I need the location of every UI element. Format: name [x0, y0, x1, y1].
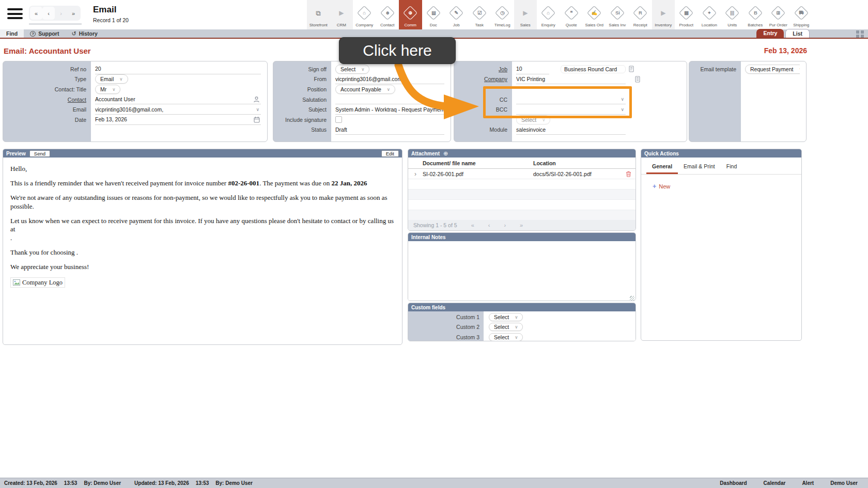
toolbar-item[interactable]: ▶ Sales: [514, 0, 537, 29]
cc-input[interactable]: [516, 95, 626, 105]
obscured-select[interactable]: Select: [516, 115, 550, 124]
company-label[interactable]: Company: [454, 76, 512, 82]
internal-notes-input[interactable]: [408, 241, 636, 301]
custom-field-select[interactable]: Select: [489, 323, 523, 331]
toolbar-item[interactable]: ▶ CRM: [330, 0, 353, 29]
job-label[interactable]: Job: [454, 66, 512, 72]
custom-field-select[interactable]: Select: [489, 313, 523, 321]
sign-off-select[interactable]: Select: [335, 65, 369, 74]
from-input[interactable]: vicprinting3016@gmail.com: [335, 74, 444, 85]
position-label: Position: [273, 86, 331, 92]
toolbar-item[interactable]: B Batches: [744, 0, 767, 29]
sign-off-label: Sign off: [273, 66, 331, 72]
toolbar-item[interactable]: ⊞ Pur Order: [767, 0, 790, 29]
toolbar-item-icon: ✎: [449, 6, 463, 20]
footer-link[interactable]: Alert: [794, 480, 822, 486]
quick-actions-tab[interactable]: Find: [721, 161, 742, 174]
delete-attachment-button[interactable]: [621, 171, 636, 177]
toolbar-item[interactable]: R Receipt: [629, 0, 652, 29]
toolbar-item[interactable]: ◷ TimeLog: [491, 0, 514, 29]
toolbar-item[interactable]: ⌂ Enquiry: [537, 0, 560, 29]
pagination-arrow[interactable]: »: [520, 222, 523, 228]
record-audit-info: Created: 13 Feb, 2026 13:53 By: Demo Use…: [0, 480, 259, 486]
grid-icon[interactable]: [856, 30, 864, 38]
job-record-icon[interactable]: [629, 66, 634, 72]
quick-actions-tab[interactable]: Email & Print: [678, 161, 721, 174]
toolbar-item[interactable]: ✍ Sales Ord: [583, 0, 606, 29]
quick-actions-tab[interactable]: General: [646, 161, 678, 174]
send-button[interactable]: Send: [29, 150, 50, 157]
toolbar-item[interactable]: ☑ Task: [468, 0, 491, 29]
toolbar-item[interactable]: ▦ Product: [675, 0, 698, 29]
person-icon[interactable]: [253, 96, 260, 104]
pagination-arrow[interactable]: ‹: [488, 222, 490, 228]
toolbar-item[interactable]: ▤ Doc: [422, 0, 445, 29]
email-template-select[interactable]: Request Payment: [745, 65, 800, 74]
add-attachment-icon[interactable]: ⊕: [443, 150, 448, 157]
pagination-arrow[interactable]: «: [471, 222, 474, 228]
attachment-row[interactable]: SI-02-26-001.pdf docs/5/SI-02-26-001.pdf: [408, 169, 636, 179]
salutation-input[interactable]: [335, 95, 444, 105]
include-signature-checkbox[interactable]: [335, 116, 342, 123]
footer-link[interactable]: Calendar: [755, 480, 794, 486]
type-value: Email: [100, 76, 114, 82]
record-nav-button[interactable]: ›: [55, 7, 67, 20]
contact-title-label: Contact: Title: [3, 86, 91, 92]
resize-grip[interactable]: [630, 296, 634, 301]
job-number-input[interactable]: 10: [516, 64, 549, 74]
created-time: 13:53: [64, 480, 78, 486]
toolbar-item-icon: ▤: [426, 6, 441, 20]
company-record-icon[interactable]: [635, 76, 640, 83]
module-input[interactable]: salesinvoice: [516, 125, 626, 135]
tab-entry[interactable]: Entry: [756, 29, 784, 38]
custom-fields-panel: Custom fields Custom 1 Select Custom 2 S…: [408, 303, 636, 341]
edit-button[interactable]: Edit: [381, 150, 399, 157]
status-input[interactable]: Draft: [335, 125, 444, 135]
custom-field-select[interactable]: Select: [489, 333, 523, 341]
toolbar-item[interactable]: ⊕ Comm: [399, 0, 422, 29]
hamburger-menu-icon[interactable]: [7, 8, 23, 21]
toolbar-item[interactable]: ⌂ Company: [353, 0, 376, 29]
toolbar-item[interactable]: Si Sales Inv: [606, 0, 629, 29]
new-button[interactable]: +New: [653, 183, 670, 190]
toolbar-item-label: Enquiry: [541, 23, 555, 27]
pagination-arrow[interactable]: ›: [504, 222, 506, 228]
bcc-input[interactable]: [516, 104, 626, 115]
tab-support[interactable]: ?Support: [24, 29, 65, 38]
company-input[interactable]: VIC Printing: [516, 74, 626, 85]
tab-list[interactable]: List: [785, 29, 810, 38]
toolbar-item[interactable]: ⛟ Shipping: [790, 0, 813, 29]
toolbar-item[interactable]: ▶ Inventory: [652, 0, 675, 29]
contact-label[interactable]: Contact: [3, 97, 91, 103]
record-nav-button[interactable]: »: [67, 7, 80, 20]
toolbar-item[interactable]: ☻ Contact: [376, 0, 399, 29]
job-name-input[interactable]: Business Round Card: [561, 65, 626, 73]
expand-icon[interactable]: [408, 170, 423, 178]
email-paragraph: .: [10, 234, 395, 243]
footer-link[interactable]: Dashboard: [711, 480, 755, 486]
toolbar-item[interactable]: ⌖ Location: [698, 0, 721, 29]
attachment-empty-row: [408, 190, 636, 200]
type-select[interactable]: Email: [95, 74, 128, 84]
toolbar-item-label: Pur Order: [769, 23, 787, 27]
calendar-icon[interactable]: [254, 116, 260, 124]
toolbar-item-icon: ▶: [336, 8, 347, 18]
toolbar-item[interactable]: ||| Units: [721, 0, 744, 29]
date-input[interactable]: Feb 13, 2026: [95, 115, 261, 125]
toolbar-item[interactable]: ✎ Job: [445, 0, 468, 29]
record-nav-button[interactable]: «: [30, 7, 42, 20]
toolbar-item[interactable]: ⧉ Storefront: [307, 0, 330, 29]
email-input[interactable]: vicprinting3016@gmail.com,: [95, 104, 261, 115]
footer-link[interactable]: Demo User: [822, 480, 866, 486]
type-label: Type: [3, 76, 91, 82]
toolbar-item-icon: Si: [610, 6, 625, 20]
record-nav-button[interactable]: ‹: [42, 7, 55, 20]
tab-find[interactable]: Find: [0, 29, 24, 38]
subject-input[interactable]: System Admin - Worktraq - Request Paymen…: [335, 104, 444, 115]
toolbar-item[interactable]: ❝ Quote: [560, 0, 583, 29]
ref-no-input[interactable]: 20: [95, 64, 261, 74]
contact-input[interactable]: Accountant User: [95, 95, 261, 105]
position-select[interactable]: Account Payable: [335, 85, 395, 94]
tab-history[interactable]: ↺History: [65, 29, 103, 38]
contact-title-select[interactable]: Mr: [95, 85, 120, 94]
